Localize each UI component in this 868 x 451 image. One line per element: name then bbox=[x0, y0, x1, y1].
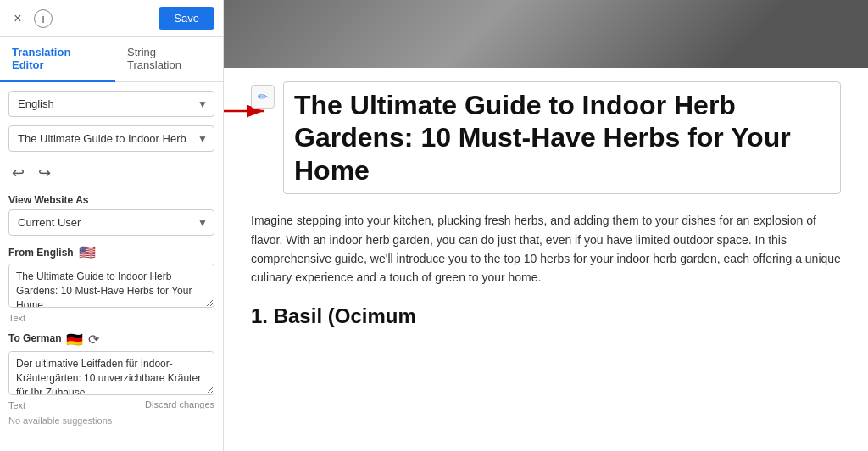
german-flag: 🇩🇪 bbox=[66, 331, 83, 348]
from-english-section: From English 🇺🇸 The Ultimate Guide to In… bbox=[8, 244, 214, 323]
article-image bbox=[224, 0, 868, 68]
article-title-box: The Ultimate Guide to Indoor Herb Garden… bbox=[283, 81, 841, 194]
to-german-label: To German bbox=[8, 332, 61, 344]
to-german-row: To German 🇩🇪 ⟳ bbox=[8, 331, 214, 348]
save-button[interactable]: Save bbox=[159, 7, 214, 30]
left-panel: × i Save Translation Editor String Trans… bbox=[0, 0, 224, 451]
english-flag: 🇺🇸 bbox=[79, 244, 96, 260]
from-english-type: Text bbox=[8, 313, 214, 323]
info-button[interactable]: i bbox=[34, 9, 53, 28]
article-image-inner bbox=[224, 0, 868, 68]
undo-button[interactable]: ↩ bbox=[8, 162, 28, 184]
article-content: ✏ The Ultimate Guide to Indoor Herb Gard… bbox=[224, 68, 868, 355]
no-suggestions-label: No available suggestions bbox=[8, 415, 214, 426]
page-dropdown-wrap: The Ultimate Guide to Indoor Herb Garden… bbox=[8, 125, 214, 152]
tab-translation-editor[interactable]: Translation Editor bbox=[0, 37, 115, 82]
right-panel: ✏ The Ultimate Guide to Indoor Herb Gard… bbox=[224, 0, 868, 451]
tab-string-translation[interactable]: String Translation bbox=[115, 37, 223, 82]
title-edit-wrapper: ✏ The Ultimate Guide to Indoor Herb Gard… bbox=[251, 81, 841, 194]
to-german-type: Text bbox=[8, 400, 25, 410]
view-as-dropdown[interactable]: Current User bbox=[8, 209, 214, 236]
from-english-textarea[interactable]: The Ultimate Guide to Indoor Herb Garden… bbox=[8, 264, 214, 308]
undo-redo-row: ↩ ↪ bbox=[8, 160, 214, 186]
to-german-bottom-row: Text Discard changes bbox=[8, 398, 214, 410]
language-dropdown[interactable]: English bbox=[8, 91, 214, 117]
title-section: ✏ The Ultimate Guide to Indoor Herb Gard… bbox=[251, 81, 841, 194]
header-left: × i bbox=[8, 9, 53, 28]
to-german-textarea[interactable]: Der ultimative Leitfaden für Indoor-Kräu… bbox=[8, 351, 214, 395]
article-title: The Ultimate Guide to Indoor Herb Garden… bbox=[294, 89, 830, 187]
article-intro: Imagine stepping into your kitchen, pluc… bbox=[251, 211, 841, 287]
view-website-as-label: View Website As bbox=[8, 194, 214, 206]
article-subheading: 1. Basil (Ocimum bbox=[251, 304, 841, 328]
to-german-left: To German 🇩🇪 ⟳ bbox=[8, 331, 99, 348]
tabs-row: Translation Editor String Translation bbox=[0, 37, 223, 82]
redo-button[interactable]: ↪ bbox=[35, 162, 54, 184]
edit-title-button[interactable]: ✏ bbox=[251, 85, 275, 109]
page-dropdown[interactable]: The Ultimate Guide to Indoor Herb Garden… bbox=[8, 125, 214, 152]
discard-changes-button[interactable]: Discard changes bbox=[145, 399, 214, 409]
view-as-dropdown-wrap: Current User ▼ bbox=[8, 209, 214, 236]
panel-header: × i Save bbox=[0, 0, 223, 37]
to-german-section: To German 🇩🇪 ⟳ Der ultimative Leitfaden … bbox=[8, 331, 214, 426]
from-english-label: From English 🇺🇸 bbox=[8, 244, 214, 260]
view-website-as-section: View Website As Current User ▼ bbox=[8, 194, 214, 236]
language-dropdown-wrap: English ▼ bbox=[8, 91, 214, 117]
panel-body: English ▼ The Ultimate Guide to Indoor H… bbox=[0, 82, 223, 451]
close-button[interactable]: × bbox=[8, 9, 27, 28]
auto-translate-icon[interactable]: ⟳ bbox=[88, 331, 99, 348]
